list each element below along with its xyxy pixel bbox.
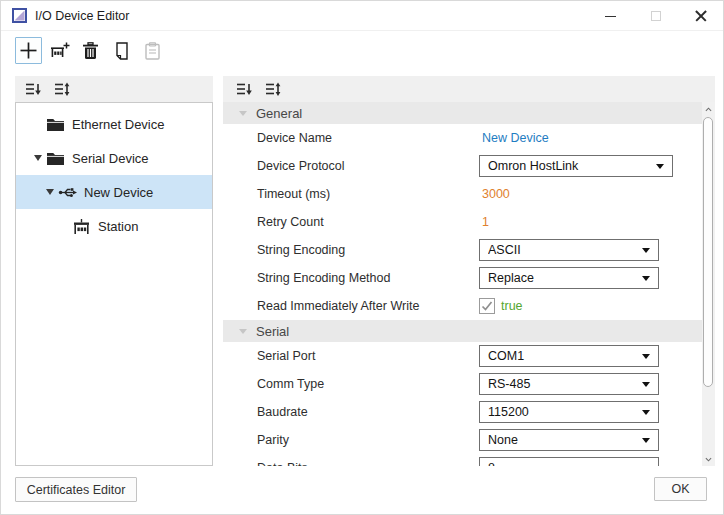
property-row-device-protocol: Device ProtocolOmron HostLink (223, 152, 702, 180)
trash-icon (82, 42, 99, 60)
checkbox-value-text: true (501, 299, 523, 313)
property-row-read-immediately-after-write: Read Immediately After Writetrue (223, 292, 702, 320)
property-value: New Device (479, 131, 549, 145)
ok-button[interactable]: OK (654, 477, 707, 501)
minimize-button[interactable] (588, 1, 633, 31)
chevron-down-icon (46, 189, 54, 195)
add-station-button[interactable] (46, 37, 73, 64)
property-label: Timeout (ms) (223, 187, 479, 201)
folder-icon (46, 151, 65, 166)
window-title: I/O Device Editor (35, 9, 129, 23)
property-label: Device Name (223, 131, 479, 145)
collapse-all-icon[interactable] (236, 82, 253, 97)
dropdown-selected-value: RS-485 (488, 377, 642, 391)
dropdown-arrow-icon (642, 438, 650, 443)
property-value: true (479, 298, 523, 314)
section-collapse-icon (239, 111, 247, 116)
property-row-string-encoding: String EncodingASCII (223, 236, 702, 264)
dropdown-string-encoding-method[interactable]: Replace (479, 267, 659, 289)
tree-expander-icon[interactable] (42, 189, 58, 195)
dropdown-baudrate[interactable]: 115200 (479, 401, 659, 423)
property-grid-wrap: GeneralDevice NameNew DeviceDevice Proto… (223, 102, 715, 466)
tree-item-ethernet-device[interactable]: Ethernet Device (16, 107, 212, 141)
section-title: General (256, 106, 302, 121)
property-value: None (479, 429, 659, 451)
tree-item-label: Ethernet Device (72, 117, 165, 132)
collapse-all-icon[interactable] (25, 82, 42, 97)
property-grid: GeneralDevice NameNew DeviceDevice Proto… (223, 102, 702, 466)
station-plus-icon (50, 42, 70, 60)
folder-icon (46, 117, 65, 132)
property-value: RS-485 (479, 373, 659, 395)
dropdown-arrow-icon (642, 466, 650, 467)
section-header-general[interactable]: General (223, 102, 702, 124)
dropdown-arrow-icon (642, 410, 650, 415)
property-row-retry-count: Retry Count1 (223, 208, 702, 236)
certificates-editor-button[interactable]: Certificates Editor (15, 477, 137, 502)
section-header-serial[interactable]: Serial (223, 320, 702, 342)
tree-expander-icon[interactable] (30, 155, 46, 161)
paste-icon (145, 42, 160, 60)
dropdown-selected-value: None (488, 433, 642, 447)
usb-icon (58, 185, 78, 200)
dropdown-comm-type[interactable]: RS-485 (479, 373, 659, 395)
expand-all-icon[interactable] (265, 82, 282, 97)
add-device-button[interactable] (15, 37, 42, 64)
property-label: Baudrate (223, 405, 479, 419)
section-collapse-icon (239, 329, 247, 334)
title-bar: I/O Device Editor (1, 1, 723, 31)
section-title: Serial (256, 324, 289, 339)
dropdown-serial-port[interactable]: COM1 (479, 345, 659, 367)
scroll-down-arrow-icon[interactable] (702, 452, 715, 466)
dropdown-string-encoding[interactable]: ASCII (479, 239, 659, 261)
property-text-value[interactable]: 3000 (479, 187, 510, 201)
property-value: 3000 (479, 187, 510, 201)
scroll-up-arrow-icon[interactable] (702, 102, 715, 116)
property-row-serial-port: Serial PortCOM1 (223, 342, 702, 370)
property-label: Retry Count (223, 215, 479, 229)
tree-item-label: New Device (84, 185, 153, 200)
property-text-value[interactable]: New Device (479, 131, 549, 145)
tree-item-new-device[interactable]: New Device (16, 175, 212, 209)
expand-all-icon[interactable] (54, 82, 71, 97)
vertical-scrollbar[interactable] (702, 102, 715, 466)
dropdown-device-protocol[interactable]: Omron HostLink (479, 155, 673, 177)
paste-button[interactable] (139, 37, 166, 64)
checkbox-read-immediately-after-write[interactable] (479, 298, 495, 314)
device-tree-panel: Ethernet DeviceSerial DeviceNew DeviceSt… (15, 76, 213, 466)
copy-button[interactable] (108, 37, 135, 64)
property-value: COM1 (479, 345, 659, 367)
dropdown-parity[interactable]: None (479, 429, 659, 451)
device-tree: Ethernet DeviceSerial DeviceNew DeviceSt… (15, 102, 213, 466)
close-button[interactable] (678, 1, 723, 31)
property-label: String Encoding (223, 243, 479, 257)
tree-item-serial-device[interactable]: Serial Device (16, 141, 212, 175)
minimize-icon (605, 16, 616, 17)
property-value: ASCII (479, 239, 659, 261)
dropdown-arrow-icon (642, 248, 650, 253)
dropdown-selected-value: 8 (488, 461, 642, 466)
property-value: Replace (479, 267, 659, 289)
tree-panel-header (15, 76, 213, 102)
dropdown-selected-value: COM1 (488, 349, 642, 363)
property-row-baudrate: Baudrate115200 (223, 398, 702, 426)
dropdown-data-bits[interactable]: 8 (479, 457, 659, 466)
delete-button[interactable] (77, 37, 104, 64)
copy-icon (114, 42, 130, 60)
property-text-value[interactable]: 1 (479, 215, 489, 229)
dropdown-selected-value: ASCII (488, 243, 642, 257)
dropdown-arrow-icon (642, 276, 650, 281)
scrollbar-thumb[interactable] (703, 117, 713, 387)
window-controls (588, 1, 723, 31)
property-value: Omron HostLink (479, 155, 673, 177)
property-value: 115200 (479, 401, 659, 423)
property-row-comm-type: Comm TypeRS-485 (223, 370, 702, 398)
station-icon (72, 218, 91, 235)
property-row-timeout-ms-: Timeout (ms)3000 (223, 180, 702, 208)
property-panel-header (223, 76, 715, 102)
maximize-button[interactable] (633, 1, 678, 31)
tree-item-label: Station (98, 219, 138, 234)
property-row-data-bits: Data Bits8 (223, 454, 702, 466)
dropdown-selected-value: 115200 (488, 405, 642, 419)
tree-item-station[interactable]: Station (16, 209, 212, 243)
